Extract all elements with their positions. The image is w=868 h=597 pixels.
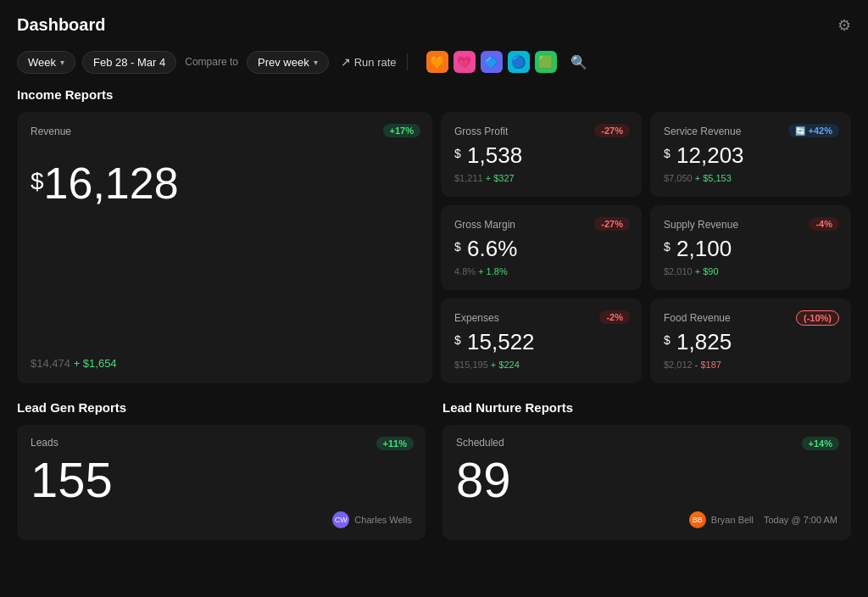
avatar: CW [332,511,349,528]
prev-week-dropdown[interactable]: Prev week ▾ [247,51,329,74]
week-dropdown[interactable]: Week ▾ [17,51,75,74]
gross-profit-value: $ 1,538 [454,144,628,166]
leads-badge: +11% [376,437,414,450]
run-rate-button[interactable]: ↗ Run rate [341,55,397,69]
service-revenue-card: Service Revenue 🔄 +42% $ 12,203 $7,050 +… [650,112,851,197]
app-icon-1[interactable]: 🧡 [426,51,448,73]
revenue-card: Revenue +17% $16,128 $14,474 + $1,654 [17,112,432,383]
page-title: Dashboard [17,15,105,35]
app-icon-2[interactable]: 💗 [453,51,476,73]
user-chip-2: BB Bryan Bell Today @ 7:00 AM [689,511,837,528]
gross-profit-sub: $1,211 + $327 [454,173,628,183]
supply-revenue-badge: -4% [809,217,839,231]
food-revenue-badge: (-10%) [796,310,839,326]
run-rate-icon: ↗ [341,55,351,69]
supply-revenue-value: $ 2,100 [664,237,837,259]
revenue-badge: +17% [383,124,420,137]
chevron-down-icon: ▾ [314,58,318,67]
app-icons: 🧡 💗 🔷 🔵 🟩 [426,51,557,73]
gross-margin-sub: 4.8% + 1.8% [454,266,628,276]
gross-profit-badge: -27% [594,124,630,137]
bottom-sections: Lead Gen Reports Leads +11% 155 CW Charl… [17,400,851,540]
scheduled-value: 89 [456,455,837,505]
revenue-value: $16,128 [31,161,419,205]
revenue-sub: $14,474 + $1,654 [31,343,419,370]
service-revenue-value: $ 12,203 [664,144,837,166]
supply-revenue-card: Supply Revenue -4% $ 2,100 $2,010 + $90 [650,205,851,290]
expenses-badge: -2% [599,310,630,324]
scheduled-badge: +14% [802,437,839,450]
settings-button[interactable]: ⚙ [837,16,851,35]
income-grid: Revenue +17% $16,128 $14,474 + $1,654 Gr… [17,112,851,383]
date-range-display[interactable]: Feb 28 - Mar 4 [82,51,176,74]
leads-user: CW Charles Wells [31,511,412,528]
food-revenue-sub: $2,012 - $187 [664,360,837,370]
service-revenue-sub: $7,050 + $5,153 [664,173,837,183]
supply-revenue-sub: $2,010 + $90 [664,266,837,276]
food-revenue-card: Food Revenue (-10%) $ 1,825 $2,012 - $18… [650,298,851,383]
gross-margin-badge: -27% [594,217,630,231]
avatar-2: BB [689,511,706,528]
expenses-value: $ 15,522 [454,331,628,353]
app-icon-4[interactable]: 🔵 [508,51,530,73]
expenses-card: Expenses -2% $ 15,522 $15,195 + $224 [441,298,642,383]
revenue-label: Revenue [31,126,419,137]
user-chip: CW Charles Wells [332,511,412,528]
service-revenue-badge: 🔄 +42% [788,124,839,137]
expenses-sub: $15,195 + $224 [454,360,628,370]
search-icon: 🔍 [570,54,587,70]
settings-icon: ⚙ [837,17,851,34]
leads-value: 155 [31,455,412,505]
chevron-down-icon: ▾ [60,58,64,67]
lead-nurture-section: Lead Nurture Reports Scheduled +14% 89 B… [442,400,851,540]
lead-nurture-title: Lead Nurture Reports [442,400,851,415]
leads-card: Leads +11% 155 CW Charles Wells [17,425,426,540]
scheduled-user: BB Bryan Bell Today @ 7:00 AM [456,511,837,528]
compare-label: Compare to [185,56,238,68]
scheduled-label: Scheduled [456,437,837,449]
lead-gen-title: Lead Gen Reports [17,400,426,415]
leads-label: Leads [31,437,412,449]
search-button[interactable]: 🔍 [567,50,591,74]
scheduled-card: Scheduled +14% 89 BB Bryan Bell Today @ … [442,425,851,540]
gross-margin-card: Gross Margin -27% $ 6.6% 4.8% + 1.8% [441,205,642,290]
right-cards: Gross Profit -27% $ 1,538 $1,211 + $327 … [441,112,851,383]
food-revenue-value: $ 1,825 [664,331,837,353]
app-icon-3[interactable]: 🔷 [481,51,503,73]
separator [407,53,408,70]
main-content: Income Reports Revenue +17% $16,128 $14,… [0,81,868,547]
gross-profit-card: Gross Profit -27% $ 1,538 $1,211 + $327 [441,112,642,197]
header: Dashboard ⚙ [0,0,868,43]
income-reports-title: Income Reports [17,87,851,102]
gross-margin-value: $ 6.6% [454,237,628,259]
app-icon-5[interactable]: 🟩 [535,51,557,73]
toolbar: Week ▾ Feb 28 - Mar 4 Compare to Prev we… [0,43,868,81]
lead-gen-section: Lead Gen Reports Leads +11% 155 CW Charl… [17,400,426,540]
